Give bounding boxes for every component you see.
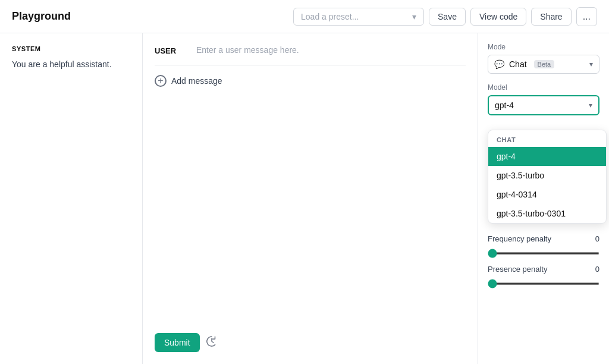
presence-penalty-slider[interactable] bbox=[488, 283, 599, 285]
add-message-label: Add message bbox=[171, 76, 222, 86]
preset-placeholder: Load a preset... bbox=[301, 12, 359, 21]
frequency-penalty-value: 0 bbox=[595, 234, 599, 243]
user-label: USER bbox=[155, 45, 184, 55]
dropdown-item-gpt35turbo[interactable]: gpt-3.5-turbo bbox=[488, 166, 606, 185]
header: Playground Load a preset... ▾ Save View … bbox=[0, 0, 609, 33]
save-button[interactable]: Save bbox=[429, 8, 466, 26]
model-dropdown-menu: CHAT gpt-4 gpt-3.5-turbo gpt-4-0314 gpt-… bbox=[488, 130, 607, 224]
dropdown-section-label: CHAT bbox=[488, 130, 606, 147]
right-panel: Mode 💬 Chat Beta ▾ Model gpt-4 ▾ CHAT gp… bbox=[478, 33, 609, 364]
main-layout: SYSTEM You are a helpful assistant. USER… bbox=[0, 33, 609, 364]
frequency-penalty-row: Frequency penalty 0 bbox=[488, 234, 599, 256]
add-message-button[interactable]: + Add message bbox=[155, 75, 466, 87]
submit-button[interactable]: Submit bbox=[155, 333, 200, 352]
sliders-section: Frequency penalty 0 Presence penalty 0 bbox=[488, 234, 599, 287]
mode-chevron-icon: ▾ bbox=[589, 60, 593, 68]
dropdown-item-gpt4[interactable]: gpt-4 bbox=[488, 147, 606, 166]
system-label: SYSTEM bbox=[12, 45, 130, 52]
plus-icon: + bbox=[155, 75, 167, 87]
chat-footer: Submit bbox=[155, 333, 466, 352]
frequency-penalty-slider[interactable] bbox=[488, 252, 599, 255]
system-panel: SYSTEM You are a helpful assistant. bbox=[0, 33, 143, 364]
mode-section-label: Mode bbox=[488, 43, 599, 51]
presence-penalty-row: Presence penalty 0 bbox=[488, 265, 599, 287]
dropdown-item-gpt35turbo-0301[interactable]: gpt-3.5-turbo-0301 bbox=[488, 204, 606, 223]
frequency-penalty-label: Frequency penalty bbox=[488, 234, 551, 243]
model-chevron-icon: ▾ bbox=[589, 101, 592, 109]
header-controls: Load a preset... ▾ Save View code Share … bbox=[293, 7, 597, 26]
chevron-down-icon: ▾ bbox=[412, 12, 416, 21]
beta-badge: Beta bbox=[534, 60, 555, 68]
model-value: gpt-4 bbox=[495, 101, 514, 110]
mode-dropdown[interactable]: 💬 Chat Beta ▾ bbox=[488, 55, 599, 74]
user-message-row: USER Enter a user message here. bbox=[155, 45, 466, 65]
mode-dropdown-left: 💬 Chat Beta bbox=[494, 59, 554, 69]
page-title: Playground bbox=[12, 10, 293, 23]
presence-penalty-value: 0 bbox=[595, 265, 599, 274]
view-code-button[interactable]: View code bbox=[470, 8, 526, 26]
system-content[interactable]: You are a helpful assistant. bbox=[12, 59, 130, 69]
presence-penalty-header: Presence penalty 0 bbox=[488, 265, 599, 274]
model-dropdown[interactable]: gpt-4 ▾ bbox=[488, 95, 599, 115]
frequency-penalty-header: Frequency penalty 0 bbox=[488, 234, 599, 243]
preset-dropdown[interactable]: Load a preset... ▾ bbox=[293, 8, 424, 26]
user-message-input[interactable]: Enter a user message here. bbox=[196, 45, 466, 55]
history-icon[interactable] bbox=[206, 335, 218, 350]
chat-mode-icon: 💬 bbox=[494, 59, 504, 69]
presence-penalty-label: Presence penalty bbox=[488, 265, 547, 274]
dropdown-item-gpt4-0314[interactable]: gpt-4-0314 bbox=[488, 185, 606, 204]
model-section-label: Model bbox=[488, 83, 599, 92]
chat-area: USER Enter a user message here. + Add me… bbox=[143, 33, 478, 364]
share-button[interactable]: Share bbox=[531, 8, 571, 26]
more-button[interactable]: ... bbox=[576, 7, 597, 26]
mode-name: Chat bbox=[509, 59, 527, 69]
